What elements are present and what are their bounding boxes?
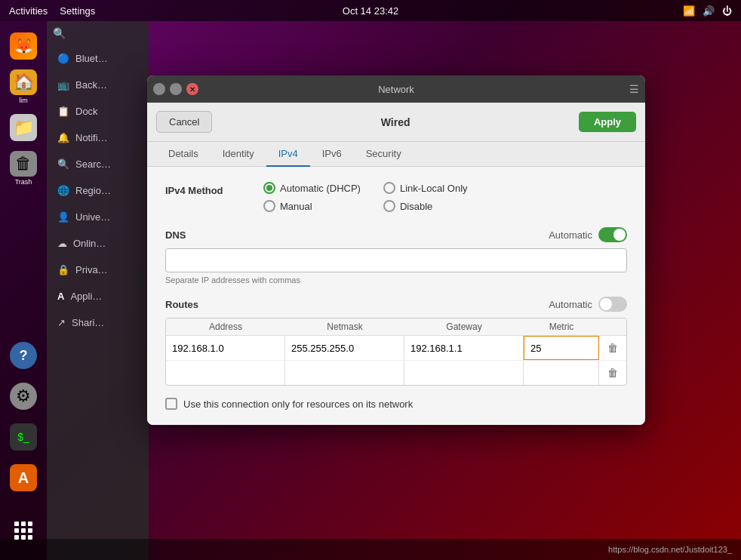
titlebar-controls: ✕ (153, 83, 198, 95)
radio-automatic-dhcp[interactable]: Automatic (DHCP) (263, 182, 361, 194)
table-row: 🗑 (166, 336, 626, 361)
lim-icon: 🏠 (10, 69, 37, 95)
col-header-metric: Metric (524, 318, 599, 335)
dns-header: DNS Automatic (165, 227, 627, 242)
tab-security[interactable]: Security (354, 142, 414, 167)
search-icon: 🔍 (53, 27, 66, 39)
tab-details[interactable]: Details (156, 142, 211, 167)
top-bar-right: 📶 🔊 ⏻ (683, 5, 732, 17)
bottom-url: https://blog.csdn.net/Justdoit123_ (608, 545, 732, 554)
radio-disable[interactable]: Disable (383, 200, 481, 212)
radio-manual[interactable]: Manual (263, 200, 361, 212)
activities-label[interactable]: Activities (9, 5, 48, 17)
routes-toggle-knob (600, 298, 612, 310)
minimize-button[interactable] (153, 83, 165, 95)
window-title: Network (378, 84, 414, 95)
route-netmask-input-1[interactable] (285, 336, 404, 360)
radio-disable-label: Disable (400, 201, 432, 212)
files-icon: 📁 (10, 114, 37, 141)
dns-toggle-knob (613, 229, 626, 241)
settings-search-row: 🔍 (47, 21, 149, 45)
dock-files[interactable]: 📁 (6, 110, 41, 145)
routes-label: Routes (165, 299, 198, 310)
routes-toggle[interactable] (598, 297, 627, 312)
radio-manual-label: Manual (280, 201, 312, 212)
route-metric-input-1[interactable] (524, 336, 599, 360)
connection-only-label: Use this connection only for resources o… (183, 398, 413, 410)
titlebar-menu-icon[interactable]: ☰ (629, 83, 639, 95)
connection-only-checkbox[interactable] (165, 398, 177, 410)
delete-route-2-button[interactable]: 🗑 (599, 361, 626, 385)
route-metric-cell-1 (524, 336, 599, 360)
connection-only-row: Use this connection only for resources o… (165, 398, 627, 410)
sidebar-item-region[interactable]: 🌐 Regio… (47, 177, 149, 204)
sidebar-item-sharing[interactable]: ↗ Shari… (47, 309, 149, 336)
sidebar-item-bluetooth[interactable]: 🔵 Bluet… (47, 45, 149, 72)
grid-dots-icon (14, 522, 32, 540)
dialog-content: IPv4 Method Automatic (DHCP) Link-Local … (147, 167, 645, 425)
dock-software[interactable]: A (6, 460, 41, 495)
col-header-actions (599, 318, 626, 335)
terminal-icon: $_ (10, 423, 37, 451)
route-metric-cell-2 (524, 361, 599, 385)
sidebar-item-applications[interactable]: A Appli… (47, 283, 149, 309)
dock-firefox[interactable]: 🦊 (6, 29, 41, 63)
dns-toggle[interactable] (598, 227, 627, 242)
routes-auto-label: Automatic (549, 299, 592, 310)
ipv4-method-radio-group: Automatic (DHCP) Link-Local Only Manual … (263, 182, 481, 212)
datetime-label: Oct 14 23:42 (343, 5, 398, 17)
maximize-button[interactable] (170, 83, 182, 95)
delete-route-1-button[interactable]: 🗑 (599, 336, 626, 360)
sidebar-item-universal[interactable]: 👤 Unive… (47, 204, 149, 230)
radio-link-local[interactable]: Link-Local Only (383, 182, 481, 194)
route-metric-input-2[interactable] (524, 361, 599, 385)
ipv4-method-section: IPv4 Method Automatic (DHCP) Link-Local … (165, 182, 627, 212)
radio-automatic-label: Automatic (DHCP) (280, 183, 361, 194)
region-icon: 🌐 (57, 185, 69, 196)
sidebar-item-search[interactable]: 🔍 Searc… (47, 151, 149, 177)
dns-auto-row: Automatic (549, 227, 627, 242)
col-header-gateway: Gateway (404, 318, 524, 335)
notifications-icon: 🔔 (57, 132, 69, 143)
route-address-cell-1 (166, 336, 285, 360)
search-sm-icon: 🔍 (57, 158, 69, 170)
dns-hint: Separate IP addresses with commas (165, 275, 627, 285)
dns-input[interactable] (165, 248, 627, 272)
routes-header: Routes Automatic (165, 297, 627, 312)
route-address-input-1[interactable] (166, 336, 285, 360)
dock-help[interactable]: ? (6, 338, 41, 373)
sidebar-item-notifications[interactable]: 🔔 Notifi… (47, 125, 149, 151)
routes-auto-row: Automatic (549, 297, 627, 312)
dns-auto-label: Automatic (549, 229, 592, 241)
route-gateway-input-1[interactable] (404, 336, 524, 360)
sidebar-item-background[interactable]: 📺 Back… (47, 72, 149, 98)
dock-terminal[interactable]: $_ (6, 420, 41, 454)
cancel-button[interactable]: Cancel (156, 111, 212, 133)
dock-lim[interactable]: 🏠 lim (6, 69, 41, 104)
radio-disable-indicator (383, 200, 395, 212)
dock-trash[interactable]: 🗑 Trash (6, 151, 41, 186)
radio-unselected-indicator (383, 182, 395, 194)
sidebar-item-privacy[interactable]: 🔒 Priva… (47, 257, 149, 283)
trash-icon: 🗑 (10, 151, 37, 177)
route-gateway-cell-2 (404, 361, 524, 385)
tab-identity[interactable]: Identity (211, 142, 266, 167)
close-button[interactable]: ✕ (186, 83, 198, 95)
sidebar-item-online[interactable]: ☁ Onlin… (47, 230, 149, 257)
apply-button[interactable]: Apply (579, 112, 636, 132)
bottom-bar: https://blog.csdn.net/Justdoit123_ (0, 539, 741, 560)
dock-app-grid[interactable] (6, 513, 41, 548)
tab-ipv6[interactable]: IPv6 (310, 142, 354, 167)
route-netmask-input-2[interactable] (285, 361, 404, 385)
sidebar-item-dock[interactable]: 📋 Dock (47, 98, 149, 125)
route-address-input-2[interactable] (166, 361, 285, 385)
routes-col-headers: Address Netmask Gateway Metric (166, 318, 626, 336)
dock-settings[interactable]: ⚙ (6, 379, 41, 414)
settings-label[interactable]: Settings (60, 5, 95, 17)
software-icon: A (10, 464, 37, 491)
bluetooth-icon: 🔵 (57, 53, 69, 64)
dns-section: DNS Automatic Separate IP addresses with… (165, 227, 627, 285)
settings-window: ✕ Network ☰ Cancel Wired Apply Details I… (147, 75, 645, 425)
route-gateway-input-2[interactable] (404, 361, 524, 385)
tab-ipv4[interactable]: IPv4 (266, 142, 310, 167)
